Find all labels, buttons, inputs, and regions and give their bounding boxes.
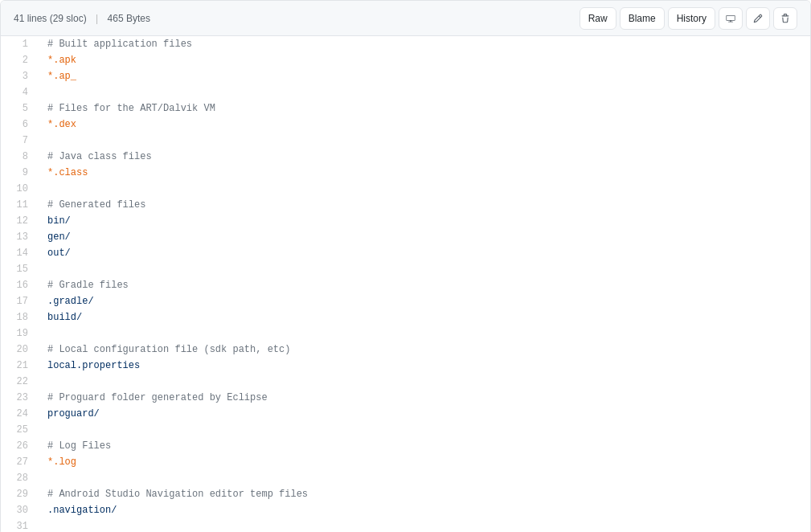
file-actions: Raw Blame History [580, 7, 797, 30]
line-code: # Local configuration file (sdk path, et… [41, 342, 810, 358]
table-row: 20# Local configuration file (sdk path, … [1, 342, 810, 358]
comment-text: # Local configuration file (sdk path, et… [47, 344, 290, 355]
display-icon [726, 12, 735, 25]
history-button[interactable]: History [668, 7, 715, 30]
table-row: 12bin/ [1, 213, 810, 229]
line-number: 9 [1, 165, 41, 181]
line-code: *.dex [41, 117, 810, 133]
line-code: *.apk [41, 52, 810, 68]
edit-icon-button[interactable] [746, 7, 770, 30]
table-row: 15 [1, 261, 810, 277]
line-number: 1 [1, 36, 41, 52]
line-code [41, 181, 810, 197]
line-number: 19 [1, 325, 41, 342]
line-code: *.class [41, 165, 810, 181]
table-row: 2*.apk [1, 52, 810, 68]
line-code [41, 518, 810, 532]
line-number: 6 [1, 117, 41, 133]
file-path-text: build/ [47, 312, 82, 323]
code-table: 1# Built application files2*.apk3*.ap_45… [1, 36, 810, 532]
line-code: # Generated files [41, 197, 810, 213]
line-code: # Files for the ART/Dalvik VM [41, 100, 810, 117]
table-row: 4 [1, 84, 810, 100]
table-row: 28 [1, 470, 810, 486]
line-code [41, 422, 810, 438]
line-number: 27 [1, 454, 41, 470]
file-ext-text: *.ap_ [47, 71, 76, 82]
line-number: 29 [1, 486, 41, 502]
line-code: # Java class files [41, 149, 810, 165]
table-row: 14out/ [1, 245, 810, 261]
line-code: *.log [41, 454, 810, 470]
line-number: 25 [1, 422, 41, 438]
table-row: 21local.properties [1, 358, 810, 374]
file-path-text: proguard/ [47, 408, 100, 419]
line-number: 5 [1, 100, 41, 117]
line-number: 24 [1, 406, 41, 422]
line-code: gen/ [41, 229, 810, 245]
line-code: build/ [41, 309, 810, 325]
raw-button[interactable]: Raw [580, 7, 616, 30]
line-code: # Gradle files [41, 277, 810, 293]
table-row: 30.navigation/ [1, 502, 810, 518]
table-row: 11# Generated files [1, 197, 810, 213]
file-size: 465 Bytes [108, 13, 150, 24]
table-row: 18build/ [1, 309, 810, 325]
line-code: out/ [41, 245, 810, 261]
line-number: 28 [1, 470, 41, 486]
line-code: # Android Studio Navigation editor temp … [41, 486, 810, 502]
file-path-text: out/ [47, 248, 71, 259]
line-code: # Proguard folder generated by Eclipse [41, 390, 810, 406]
file-path-text: local.properties [47, 360, 140, 371]
line-code: proguard/ [41, 406, 810, 422]
comment-text: # Log Files [47, 440, 111, 452]
line-code [41, 84, 810, 100]
file-ext-text: *.class [47, 167, 88, 178]
line-number: 16 [1, 277, 41, 293]
line-code: local.properties [41, 358, 810, 374]
table-row: 31 [1, 518, 810, 532]
table-row: 3*.ap_ [1, 68, 810, 84]
table-row: 29# Android Studio Navigation editor tem… [1, 486, 810, 502]
display-icon-button[interactable] [719, 7, 743, 30]
line-code: # Log Files [41, 438, 810, 454]
comment-text: # Files for the ART/Dalvik VM [47, 103, 215, 114]
line-count: 41 lines (29 sloc) [14, 13, 87, 24]
line-number: 10 [1, 181, 41, 197]
line-code: # Built application files [41, 36, 810, 52]
line-number: 20 [1, 342, 41, 358]
file-meta: 41 lines (29 sloc) | 465 Bytes [14, 13, 150, 24]
table-row: 19 [1, 325, 810, 342]
line-code [41, 470, 810, 486]
line-code [41, 374, 810, 390]
file-ext-text: *.apk [47, 55, 76, 66]
line-number: 30 [1, 502, 41, 518]
comment-text: # Generated files [47, 199, 145, 211]
file-path-text: .navigation/ [47, 505, 117, 516]
comment-text: # Android Studio Navigation editor temp … [47, 489, 308, 500]
table-row: 8# Java class files [1, 149, 810, 165]
line-code [41, 133, 810, 149]
table-row: 10 [1, 181, 810, 197]
file-content: 1# Built application files2*.apk3*.ap_45… [1, 36, 810, 532]
delete-icon-button[interactable] [773, 7, 797, 30]
line-number: 14 [1, 245, 41, 261]
table-row: 13gen/ [1, 229, 810, 245]
line-number: 17 [1, 293, 41, 309]
line-code: .gradle/ [41, 293, 810, 309]
separator: | [89, 13, 104, 24]
table-row: 9*.class [1, 165, 810, 181]
blame-button[interactable]: Blame [620, 7, 665, 30]
table-row: 25 [1, 422, 810, 438]
table-row: 23# Proguard folder generated by Eclipse [1, 390, 810, 406]
line-code: bin/ [41, 213, 810, 229]
table-row: 26# Log Files [1, 438, 810, 454]
line-number: 3 [1, 68, 41, 84]
table-row: 1# Built application files [1, 36, 810, 52]
line-code: *.ap_ [41, 68, 810, 84]
line-number: 21 [1, 358, 41, 374]
line-number: 12 [1, 213, 41, 229]
comment-text: # Gradle files [47, 280, 129, 291]
line-code: .navigation/ [41, 502, 810, 518]
file-ext-text: *.log [47, 456, 76, 468]
